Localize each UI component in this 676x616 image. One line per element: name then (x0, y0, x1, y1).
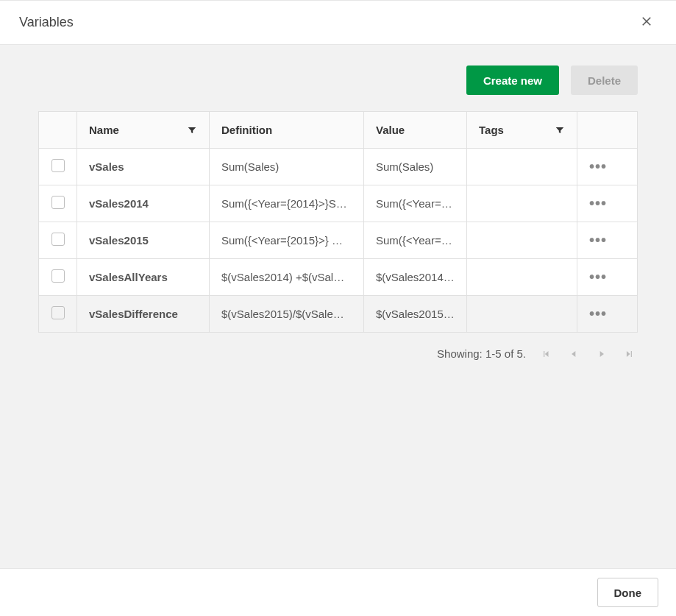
col-header-definition-label: Definition (221, 124, 272, 136)
row-tags (467, 259, 577, 296)
row-checkbox-cell (39, 185, 77, 222)
row-checkbox[interactable] (51, 306, 65, 319)
more-actions-icon[interactable]: ••• (589, 222, 607, 258)
row-checkbox[interactable] (51, 196, 65, 209)
row-actions-cell: ••• (577, 296, 638, 333)
dialog-header: Variables (0, 1, 676, 45)
pager-first-icon (541, 349, 551, 359)
pager-text: Showing: 1-5 of 5. (437, 347, 526, 360)
row-tags (467, 296, 577, 333)
table-row[interactable]: vSalesSum(Sales)Sum(Sales)••• (39, 149, 638, 185)
table-row[interactable]: vSalesDifference$(vSales2015)/$(vSale…$(… (39, 296, 638, 333)
row-checkbox-cell (39, 259, 77, 296)
row-value: $(vSales2014… (364, 259, 467, 296)
col-header-name-label: Name (89, 124, 119, 136)
pager-nav (541, 349, 635, 359)
more-actions-icon[interactable]: ••• (589, 296, 607, 332)
row-value: Sum(Sales) (364, 149, 467, 185)
dialog-footer: Done (0, 568, 676, 616)
table-row[interactable]: vSales2015Sum({<Year={2015}>} …Sum({<Yea… (39, 222, 638, 259)
row-value: Sum({<Year={… (364, 185, 467, 222)
done-button[interactable]: Done (597, 578, 659, 607)
row-actions-cell: ••• (577, 149, 638, 185)
col-header-definition[interactable]: Definition (210, 112, 364, 149)
row-definition: $(vSales2014) +$(vSal… (210, 259, 364, 296)
create-new-button[interactable]: Create new (466, 66, 559, 95)
row-definition: $(vSales2015)/$(vSale… (210, 296, 364, 333)
col-header-checkbox (39, 112, 77, 149)
table-row[interactable]: vSalesAllYears$(vSales2014) +$(vSal…$(vS… (39, 259, 638, 296)
pager: Showing: 1-5 of 5. (38, 333, 638, 375)
col-header-tags-label: Tags (479, 124, 504, 136)
row-name[interactable]: vSalesDifference (77, 296, 210, 333)
pager-prev-icon (569, 349, 579, 359)
row-tags (467, 149, 577, 185)
row-definition: Sum({<Year={2014}>}S… (210, 185, 364, 222)
col-header-actions (577, 112, 638, 149)
filter-icon[interactable] (555, 125, 565, 135)
delete-button: Delete (571, 66, 638, 95)
pager-last-icon (625, 349, 635, 359)
row-checkbox-cell (39, 296, 77, 333)
col-header-value[interactable]: Value (364, 112, 467, 149)
toolbar: Create new Delete (38, 45, 638, 111)
row-name[interactable]: vSalesAllYears (77, 259, 210, 296)
col-header-name[interactable]: Name (77, 112, 210, 149)
filter-icon[interactable] (187, 125, 197, 135)
close-icon (640, 15, 653, 30)
row-definition: Sum({<Year={2015}>} … (210, 222, 364, 259)
more-actions-icon[interactable]: ••• (589, 149, 607, 185)
more-actions-icon[interactable]: ••• (589, 185, 607, 222)
row-value: Sum({<Year={… (364, 222, 467, 259)
variables-dialog: Variables Create new Delete (0, 0, 676, 616)
row-name[interactable]: vSales (77, 149, 210, 185)
close-button[interactable] (635, 11, 658, 35)
dialog-title: Variables (19, 15, 74, 30)
col-header-tags[interactable]: Tags (467, 112, 577, 149)
row-actions-cell: ••• (577, 259, 638, 296)
row-checkbox[interactable] (51, 233, 65, 246)
table-header-row: Name Definition Value T (39, 112, 638, 149)
row-checkbox-cell (39, 222, 77, 259)
row-tags (467, 222, 577, 259)
row-name[interactable]: vSales2015 (77, 222, 210, 259)
row-checkbox[interactable] (51, 269, 65, 283)
row-name[interactable]: vSales2014 (77, 185, 210, 222)
row-actions-cell: ••• (577, 185, 638, 222)
row-tags (467, 185, 577, 222)
row-checkbox[interactable] (51, 159, 65, 172)
row-definition: Sum(Sales) (210, 149, 364, 185)
row-checkbox-cell (39, 149, 77, 185)
more-actions-icon[interactable]: ••• (589, 259, 607, 295)
col-header-value-label: Value (376, 124, 405, 136)
row-actions-cell: ••• (577, 222, 638, 259)
dialog-body: Create new Delete Name (0, 45, 676, 568)
table-row[interactable]: vSales2014Sum({<Year={2014}>}S…Sum({<Yea… (39, 185, 638, 222)
pager-next-icon (597, 349, 607, 359)
variables-table: Name Definition Value T (38, 111, 638, 333)
row-value: $(vSales2015… (364, 296, 467, 333)
